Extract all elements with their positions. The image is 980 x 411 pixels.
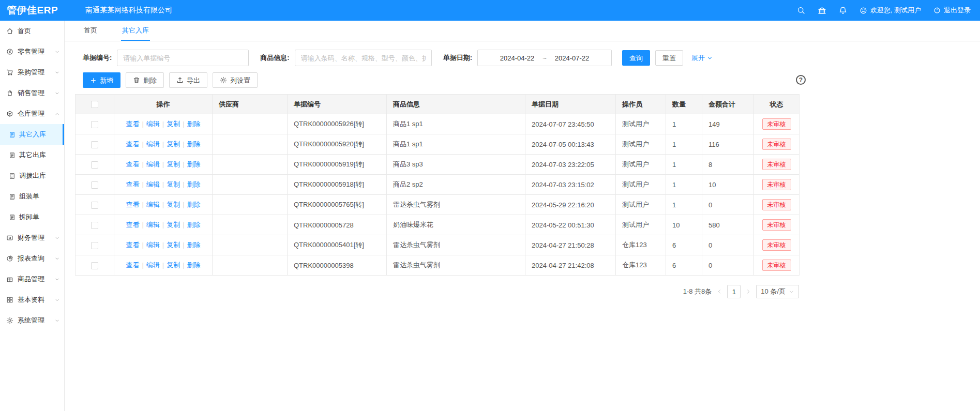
action-copy[interactable]: 复制	[167, 140, 180, 148]
sidebar-item-sales[interactable]: 销售管理	[0, 83, 64, 103]
action-edit[interactable]: 编辑	[146, 221, 160, 229]
date-from-value[interactable]: 2024-04-22	[500, 54, 535, 62]
sidebar-item-report[interactable]: 报表查询	[0, 248, 64, 269]
action-edit[interactable]: 编辑	[146, 120, 160, 128]
reset-button[interactable]: 重置	[655, 50, 683, 66]
action-copy[interactable]: 复制	[167, 160, 180, 168]
row-checkbox[interactable]	[91, 181, 98, 189]
search-icon[interactable]	[797, 6, 805, 14]
action-copy[interactable]: 复制	[167, 221, 180, 229]
chevron-down-icon	[54, 49, 60, 55]
cell-qty: 6	[666, 235, 702, 255]
chevron-down-icon	[54, 318, 60, 324]
sidebar-subitem-disassembly-order[interactable]: 拆卸单	[0, 207, 64, 227]
sidebar-subitem-assembly-order[interactable]: 组装单	[0, 186, 64, 207]
tab-home[interactable]: 首页	[83, 21, 98, 41]
action-view[interactable]: 查看	[126, 120, 139, 128]
action-separator: |	[183, 140, 184, 148]
help-icon[interactable]: ?	[796, 75, 806, 85]
row-checkbox[interactable]	[91, 121, 98, 128]
company-name: 南通某某网络科技有限公司	[85, 6, 172, 15]
sidebar-item-warehouse[interactable]: 仓库管理	[0, 103, 64, 124]
action-view[interactable]: 查看	[126, 180, 139, 188]
sidebar-item-home[interactable]: 首页	[0, 21, 64, 41]
row-checkbox[interactable]	[91, 222, 98, 229]
action-copy[interactable]: 复制	[167, 201, 180, 208]
row-checkbox[interactable]	[91, 202, 98, 209]
row-checkbox[interactable]	[91, 161, 98, 169]
action-delete[interactable]: 删除	[187, 221, 201, 229]
sidebar-subitem-transfer-outbound[interactable]: 调拨出库	[0, 165, 64, 186]
sidebar-item-finance[interactable]: 财务管理	[0, 227, 64, 248]
export-button[interactable]: 导出	[169, 72, 207, 88]
action-copy[interactable]: 复制	[167, 241, 180, 249]
cell-operator: 测试用户	[616, 215, 666, 235]
cell-amount: 0	[702, 195, 754, 215]
row-checkbox[interactable]	[91, 141, 98, 148]
expand-link[interactable]: 展开	[691, 53, 713, 63]
action-delete[interactable]: 删除	[187, 241, 201, 249]
action-copy[interactable]: 复制	[167, 180, 180, 188]
sidebar-subitem-other-inbound[interactable]: 其它入库	[0, 124, 64, 145]
sidebar-subitem-other-outbound[interactable]: 其它出库	[0, 145, 64, 165]
action-view[interactable]: 查看	[126, 221, 139, 229]
action-edit[interactable]: 编辑	[146, 261, 160, 269]
add-button[interactable]: 新增	[83, 72, 120, 88]
bill-no-input[interactable]	[117, 50, 249, 66]
page-size-select[interactable]: 10 条/页	[756, 285, 799, 298]
sidebar-item-basic[interactable]: 基本资料	[0, 290, 64, 310]
sidebar-subitem-label: 其它出库	[19, 150, 46, 160]
action-separator: |	[162, 180, 164, 188]
sidebar-item-product[interactable]: 商品管理	[0, 269, 64, 290]
action-edit[interactable]: 编辑	[146, 201, 160, 208]
sidebar-item-retail[interactable]: 零售管理	[0, 41, 64, 62]
cell-supplier	[213, 175, 288, 195]
action-copy[interactable]: 复制	[167, 261, 180, 269]
report-icon	[6, 255, 13, 262]
cell-product: 商品3 sp3	[387, 155, 525, 175]
delete-button[interactable]: 删除	[126, 72, 164, 88]
chevron-down-icon	[54, 277, 60, 282]
product-info-input[interactable]	[295, 50, 432, 66]
action-view[interactable]: 查看	[126, 140, 139, 148]
current-page[interactable]: 1	[727, 285, 741, 298]
header-checkbox[interactable]	[91, 101, 98, 108]
sidebar-item-purchase[interactable]: 采购管理	[0, 62, 64, 83]
action-view[interactable]: 查看	[126, 261, 139, 269]
next-page-button[interactable]	[745, 288, 751, 295]
action-delete[interactable]: 删除	[187, 120, 201, 128]
user-welcome[interactable]: 欢迎您, 测试用户	[860, 6, 921, 15]
sidebar-item-system[interactable]: 系统管理	[0, 310, 64, 331]
cell-operator: 测试用户	[616, 195, 666, 215]
notification-icon[interactable]	[839, 6, 847, 14]
action-delete[interactable]: 删除	[187, 140, 201, 148]
logout-button[interactable]: 退出登录	[933, 6, 971, 15]
action-edit[interactable]: 编辑	[146, 160, 160, 168]
bank-icon[interactable]	[818, 6, 826, 15]
tab-other-inbound[interactable]: 其它入库	[121, 21, 150, 41]
date-range-input[interactable]: 2024-04-22 ~ 2024-07-22	[477, 50, 612, 66]
table-row: 查看|编辑|复制|删除QTRK00000005918[转]商品2 sp22024…	[76, 175, 800, 195]
action-delete[interactable]: 删除	[187, 160, 201, 168]
action-delete[interactable]: 删除	[187, 261, 201, 269]
search-button[interactable]: 查询	[622, 50, 650, 66]
status-badge: 未审核	[762, 159, 791, 170]
action-delete[interactable]: 删除	[187, 201, 201, 208]
chevron-down-icon	[54, 70, 60, 75]
prev-page-button[interactable]	[716, 288, 722, 295]
action-edit[interactable]: 编辑	[146, 180, 160, 188]
action-view[interactable]: 查看	[126, 241, 139, 249]
column-settings-button[interactable]: 列设置	[213, 72, 258, 88]
row-checkbox[interactable]	[91, 262, 98, 269]
document-icon	[9, 173, 16, 179]
action-view[interactable]: 查看	[126, 160, 139, 168]
action-copy[interactable]: 复制	[167, 120, 180, 128]
action-delete[interactable]: 删除	[187, 180, 201, 188]
row-checkbox[interactable]	[91, 242, 98, 249]
date-to-value[interactable]: 2024-07-22	[555, 54, 590, 62]
action-view[interactable]: 查看	[126, 201, 139, 208]
cell-supplier	[213, 134, 288, 155]
action-edit[interactable]: 编辑	[146, 241, 160, 249]
action-separator: |	[183, 221, 184, 229]
action-edit[interactable]: 编辑	[146, 140, 160, 148]
